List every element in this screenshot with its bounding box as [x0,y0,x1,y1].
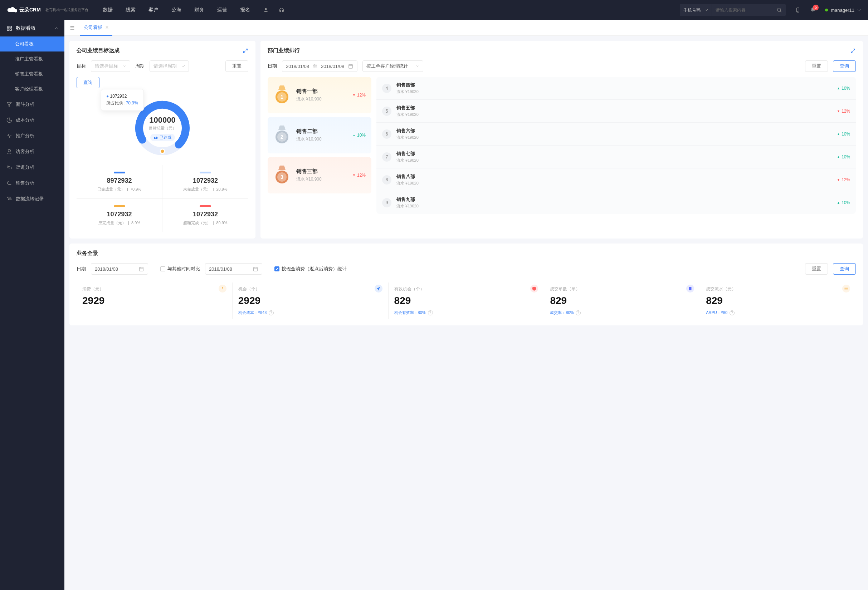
nav-icon [6,180,12,186]
sidebar-node-访客分析[interactable]: 访客分析 [0,144,64,159]
topnav-财务[interactable]: 财务 [194,7,204,13]
menu-toggle-icon[interactable] [69,25,75,31]
rank-name: 销售八部 [396,174,419,180]
stat-cell: 8972932已完成量（元） | 70.9% [77,165,162,199]
nav-icon [6,117,12,123]
sidebar-item-销售主管看板[interactable]: 销售主管看板 [0,66,64,81]
expand-icon[interactable] [850,48,856,54]
cash-checkbox-group[interactable]: 按现金消费（返点后消费）统计 [275,266,347,272]
sidebar-node-label: 推广分析 [16,132,34,139]
rank-index: 7 [382,152,391,162]
rank-pct: ▼12% [353,173,366,178]
help-icon[interactable]: ? [428,310,433,315]
rank-row: 8销售八部流水 ¥19020▼12% [376,168,856,191]
sidebar-item-公司看板[interactable]: 公司看板 [0,37,64,51]
topnav-数据[interactable]: 数据 [103,7,113,13]
label-date: 日期 [77,266,86,272]
search-type-select[interactable]: 手机号码 [680,4,712,16]
compare-checkbox-group[interactable]: 与其他时间对比 [160,266,200,272]
rank-flow: 流水 ¥19020 [396,112,419,117]
sidebar-node-推广分析[interactable]: 推广分析 [0,128,64,144]
notifications-button[interactable]: 5 [810,7,816,13]
card-business-title: 业务全景 [77,250,856,257]
rank-row: 7销售七部流水 ¥19020▲10% [376,146,856,168]
sidebar-item-推广主管看板[interactable]: 推广主管看板 [0,51,64,66]
sidebar-item-客户经理看板[interactable]: 客户经理看板 [0,81,64,97]
sidebar-node-数据流转记录[interactable]: 数据流转记录 [0,191,64,207]
sidebar-node-成本分析[interactable]: 成本分析 [0,112,64,128]
close-icon[interactable]: ✕ [105,25,109,30]
top-nav: 数据线索客户公海财务运营报名 [103,7,250,13]
select-stat-by[interactable]: 按工单客户经理统计 [362,60,423,72]
biz-metric-icon [842,285,850,293]
topnav-运营[interactable]: 运营 [217,7,227,13]
topnav-线索[interactable]: 线索 [125,7,136,13]
topnav-公海[interactable]: 公海 [171,7,182,13]
rank-pct: ▼12% [837,109,850,114]
query-button[interactable]: 查询 [833,60,856,72]
user-menu[interactable]: manager11 [825,7,861,13]
svg-point-1 [778,8,781,12]
select-period[interactable]: 请选择周期 [149,60,189,72]
stat-label: 超额完成（元） | 89.9% [162,220,248,226]
date2-value: 2018/01/08 [209,266,232,272]
compare-checkbox[interactable] [160,266,165,271]
donut-total-label: 目标总量（元） [149,125,176,131]
rank-name: 销售一部 [296,88,322,95]
rank-card-1: 1销售一部流水 ¥10,900▼12% [268,77,371,113]
svg-text:1: 1 [280,94,283,100]
rank-name: 销售三部 [296,168,322,175]
stat-cell: 1072932未完成量（元） | 20.9% [162,165,248,199]
biz-sub: 机会有效率：80% ? [394,310,539,315]
search-button[interactable] [773,4,786,16]
search-input[interactable] [712,7,773,13]
help-icon[interactable]: ? [729,310,735,315]
rank-name: 销售六部 [396,128,419,134]
svg-rect-7 [10,29,12,30]
help-icon[interactable]: ? [269,310,274,315]
svg-rect-22 [254,267,258,271]
reset-button[interactable]: 重置 [226,60,248,72]
reset-button[interactable]: 重置 [805,263,828,275]
cloud-logo-icon [7,6,17,14]
mobile-icon[interactable] [795,7,801,13]
card-business: 业务全景 日期 2018/01/08 与其他时间对比 2018/01/08 [69,244,863,325]
sidebar-node-漏斗分析[interactable]: 漏斗分析 [0,97,64,112]
rank-pct: ▼12% [353,93,366,98]
topbar: 云朵CRM 教育机构一站式服务云平台 数据线索客户公海财务运营报名 手机号码 5… [0,0,868,20]
headset-icon[interactable] [279,7,285,13]
reset-button[interactable]: 重置 [805,60,828,72]
stat-label: 未完成量（元） | 20.9% [162,187,248,192]
sidebar-group-dashboard[interactable]: 数据看板 [0,20,64,37]
donut-center: 100000 目标总量（元） 已达成 [149,115,176,141]
rank-pct: ▼12% [837,177,850,182]
tab-company-board[interactable]: 公司看板 ✕ [80,20,112,36]
date-input-1[interactable]: 2018/01/08 [91,263,148,275]
svg-point-10 [160,149,165,153]
biz-cell: 有效机会（个）829机会有效率：80% ? [388,282,545,319]
sidebar-node-渠道分析[interactable]: 渠道分析 [0,159,64,175]
chevron-down-icon [123,64,126,68]
date-range-input[interactable]: 2018/01/08 至 2018/01/08 [282,60,357,72]
nav-icon [6,196,12,202]
select-goal[interactable]: 请选择目标 [91,60,130,72]
medal-icon: 1 [273,85,291,106]
date-to-label: 至 [313,63,317,69]
query-button[interactable]: 查询 [833,263,856,275]
expand-icon[interactable] [242,48,248,54]
card-goal: 公司业绩目标达成 目标 请选择目标 周期 请选择周期 重置 查询 [69,41,255,238]
date-input-2[interactable]: 2018/01/08 [205,263,262,275]
sidebar-node-label: 访客分析 [16,149,34,155]
query-button[interactable]: 查询 [77,77,99,88]
sidebar-node-销售分析[interactable]: 销售分析 [0,175,64,191]
topnav-客户[interactable]: 客户 [149,7,158,13]
user-icon[interactable] [263,7,269,13]
svg-rect-4 [7,26,9,28]
rank-row: 6销售六部流水 ¥19020▲10% [376,123,856,146]
topnav-报名[interactable]: 报名 [240,7,250,13]
rank-flow: 流水 ¥19020 [396,181,419,186]
cash-checkbox[interactable] [275,266,279,271]
help-icon[interactable]: ? [576,310,581,315]
thumbs-up-icon [154,135,158,140]
stat-color-bar [200,172,211,174]
